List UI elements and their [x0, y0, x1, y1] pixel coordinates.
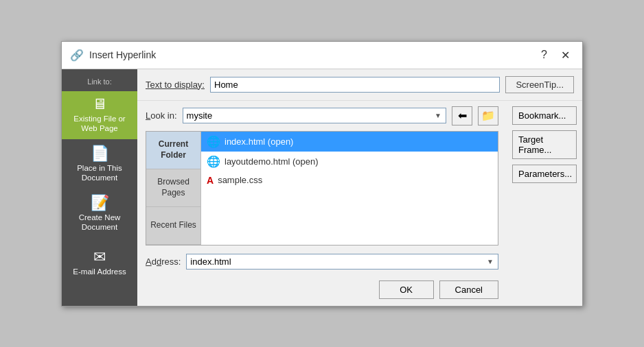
lookin-label: Look in: — [146, 110, 177, 121]
ie-icon-1: 🌐 — [207, 155, 220, 168]
sidebar-item-existing[interactable]: 🖥 Existing File or Web Page — [62, 91, 137, 139]
lookin-select[interactable]: mysite — [183, 108, 446, 123]
sub-sidebar-recent-files[interactable]: Recent Files — [146, 207, 200, 245]
cancel-button[interactable]: Cancel — [439, 280, 498, 299]
browsed-pages-label: Browsed Pages — [149, 177, 198, 198]
file-item-name-0: index.html (open) — [225, 136, 293, 147]
ok-button[interactable]: OK — [379, 280, 434, 299]
help-button[interactable]: ? — [537, 47, 551, 62]
sidebar-label-email: E-mail Address — [73, 267, 126, 277]
lookin-select-wrapper[interactable]: mysite — [183, 108, 446, 123]
browse-folder-button[interactable]: 📁 — [478, 106, 498, 125]
text-display-label: Text to display: — [146, 80, 205, 90]
address-row: Address: index.html — [137, 248, 507, 275]
sidebar-item-place[interactable]: 📄 Place in This Document — [62, 141, 137, 189]
middle-section: Look in: mysite ⬅ 📁 — [137, 101, 582, 306]
link-to-label: Link to: — [87, 75, 111, 90]
sidebar-item-email[interactable]: ✉ E-mail Address — [62, 239, 137, 287]
email-icon: ✉ — [93, 250, 106, 265]
main-content: Text to display: ScreenTip... Look in: m… — [137, 69, 582, 306]
dialog-body: Link to: 🖥 Existing File or Web Page 📄 P… — [62, 69, 582, 306]
file-list: 🌐 index.html (open) 🌐 layoutdemo.html (o… — [201, 132, 498, 245]
text-display-row: Text to display: ScreenTip... — [137, 69, 582, 101]
close-button[interactable]: ✕ — [557, 47, 574, 63]
action-buttons: OK Cancel — [137, 275, 507, 306]
address-label: Address: — [146, 256, 181, 267]
text-display-label-text: Text to display: — [146, 80, 205, 90]
title-bar-controls: ? ✕ — [537, 47, 574, 63]
sidebar-label-create: Create New Document — [66, 213, 133, 232]
file-item-layout[interactable]: 🌐 layoutdemo.html (open) — [201, 152, 498, 171]
create-document-icon: 📝 — [91, 195, 109, 211]
middle-left: Look in: mysite ⬅ 📁 — [137, 101, 507, 306]
dialog-title: Insert Hyperlink — [89, 49, 156, 60]
parameters-button[interactable]: Parameters... — [512, 165, 577, 183]
sub-sidebar-current-folder[interactable]: Current Folder — [146, 132, 200, 169]
browse-back-icon: ⬅ — [458, 109, 467, 122]
file-item-name-1: layoutdemo.html (open) — [225, 156, 319, 167]
right-buttons-panel: Bookmark... Target Frame... Parameters..… — [507, 101, 582, 306]
browse-back-button[interactable]: ⬅ — [452, 106, 472, 125]
sidebar-label-place: Place in This Document — [66, 164, 133, 183]
sub-sidebar: Current Folder Browsed Pages Recent File… — [146, 132, 201, 245]
address-select-wrapper[interactable]: index.html — [186, 254, 498, 270]
target-frame-button[interactable]: Target Frame... — [512, 130, 577, 159]
recent-files-label: Recent Files — [150, 220, 196, 231]
sidebar-item-create[interactable]: 📝 Create New Document — [62, 190, 137, 238]
file-item-index[interactable]: 🌐 index.html (open) — [201, 132, 498, 152]
bookmark-button[interactable]: Bookmark... — [512, 106, 577, 125]
insert-hyperlink-dialog: 🔗 Insert Hyperlink ? ✕ Link to: 🖥 Existi… — [61, 41, 583, 307]
link-to-sidebar: Link to: 🖥 Existing File or Web Page 📄 P… — [62, 69, 137, 306]
screentip-button[interactable]: ScreenTip... — [505, 76, 574, 93]
title-bar: 🔗 Insert Hyperlink ? ✕ — [62, 42, 582, 69]
address-select[interactable]: index.html — [187, 254, 498, 269]
file-item-sample[interactable]: A sample.css — [201, 171, 498, 189]
sidebar-label-existing: Existing File or Web Page — [66, 115, 133, 134]
file-area: Current Folder Browsed Pages Recent File… — [146, 131, 498, 246]
file-item-name-2: sample.css — [218, 175, 262, 185]
ie-icon-0: 🌐 — [207, 135, 220, 148]
current-folder-label: Current Folder — [149, 139, 198, 160]
lookin-row: Look in: mysite ⬅ 📁 — [137, 101, 507, 131]
existing-file-icon: 🖥 — [92, 97, 107, 112]
chain-link-icon: 🔗 — [70, 49, 84, 62]
title-bar-left: 🔗 Insert Hyperlink — [70, 49, 156, 62]
place-document-icon: 📄 — [91, 146, 109, 161]
css-icon-2: A — [207, 175, 214, 186]
sub-sidebar-browsed-pages[interactable]: Browsed Pages — [146, 169, 200, 207]
text-display-input[interactable] — [210, 77, 500, 93]
browse-folder-icon: 📁 — [481, 109, 495, 122]
